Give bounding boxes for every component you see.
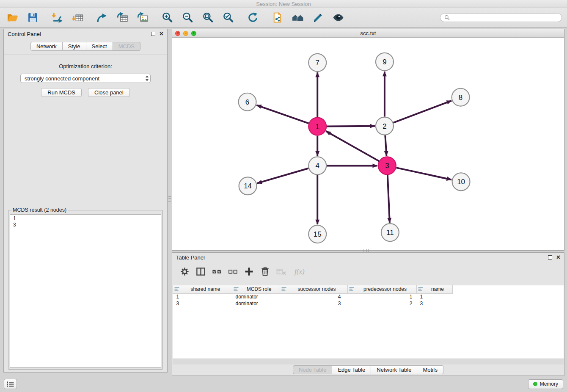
tab-select[interactable]: Select (86, 42, 113, 51)
column-header-MCDS-role[interactable]: MCDS role (232, 285, 280, 293)
window-zoom-button[interactable]: + (191, 31, 196, 36)
tab-network-table[interactable]: Network Table (371, 365, 417, 374)
apply-style-button[interactable] (311, 10, 325, 25)
graph-node[interactable]: 1 (308, 118, 326, 135)
export-table-button[interactable] (115, 10, 129, 25)
unselect-all-columns-icon[interactable] (228, 266, 238, 277)
float-table-panel-icon[interactable] (548, 255, 552, 259)
graph-node[interactable]: 8 (452, 88, 470, 106)
column-header-successor-nodes[interactable]: successor nodes (280, 285, 348, 293)
view-group (270, 10, 345, 25)
tab-style[interactable]: Style (63, 42, 86, 51)
zoom-out-icon (182, 12, 193, 23)
table-cell[interactable]: dominator (232, 293, 280, 300)
graph-edge[interactable] (393, 101, 451, 123)
table-cell[interactable]: 1 (173, 293, 232, 300)
zoom-out-button[interactable] (180, 10, 195, 25)
control-panel-tabs: Network Style Select MCDS (4, 42, 167, 55)
import-table-button[interactable] (70, 10, 85, 25)
select-all-columns-icon[interactable] (212, 266, 222, 277)
search-input[interactable] (452, 14, 558, 21)
graph-node[interactable]: 9 (376, 53, 394, 71)
svg-text:6: 6 (245, 98, 249, 106)
svg-text:15: 15 (314, 230, 322, 238)
function-builder-icon: f(x) (292, 268, 305, 276)
graph-edge[interactable] (388, 175, 390, 223)
export-network-button[interactable] (95, 10, 109, 25)
create-column-icon[interactable] (244, 266, 254, 277)
table-settings-gear-icon[interactable] (179, 266, 190, 277)
table-cell[interactable]: 1 (348, 293, 417, 300)
import-network-button[interactable] (50, 10, 64, 25)
table-cell[interactable]: 1 (417, 293, 453, 300)
graph-node[interactable]: 3 (378, 157, 396, 174)
open-session-button[interactable] (5, 10, 19, 25)
close-panel-button[interactable]: Close panel (88, 88, 130, 97)
graph-edge[interactable] (256, 105, 308, 123)
network-canvas[interactable]: 7968124314101511 (172, 38, 564, 250)
column-header-name[interactable]: name (417, 285, 453, 293)
graph-node[interactable]: 10 (452, 173, 470, 190)
graph-edge[interactable] (327, 126, 375, 127)
tab-network[interactable]: Network (30, 42, 63, 51)
table-cell[interactable]: dominator (232, 300, 280, 307)
graph-edge[interactable] (326, 131, 379, 161)
delete-column-icon[interactable] (260, 266, 270, 277)
export-image-button[interactable] (135, 10, 150, 25)
zoom-selected-button[interactable] (221, 10, 235, 25)
table-panel-title: Table Panel (176, 254, 205, 261)
column-header-predecessor-nodes[interactable]: predecessor nodes (348, 285, 417, 293)
tab-mcds[interactable]: MCDS (113, 42, 140, 51)
network-graph: 7968124314101511 (172, 38, 564, 250)
zoom-in-button[interactable] (160, 10, 174, 25)
show-columns-icon[interactable] (195, 266, 206, 277)
tab-edge-table[interactable]: Edge Table (332, 365, 371, 374)
graph-node[interactable]: 6 (239, 93, 256, 111)
tab-node-table[interactable]: Node Table (293, 365, 333, 374)
memory-button[interactable]: Memory (528, 379, 563, 389)
graph-node[interactable]: 2 (376, 117, 394, 135)
import-group (50, 10, 85, 25)
window-close-button[interactable]: × (175, 31, 180, 36)
graph-node[interactable]: 14 (239, 177, 257, 195)
show-graphics-button[interactable] (331, 10, 345, 25)
vertical-splitter-grip[interactable] (168, 195, 171, 203)
graph-edge[interactable] (257, 168, 309, 183)
mcds-result-box: MCDS result (2 nodes) 13 (8, 207, 163, 370)
optimization-criterion-label: Optimization criterion: (4, 63, 167, 69)
show-panels-button[interactable] (4, 379, 17, 389)
save-session-button[interactable] (25, 10, 40, 25)
table-cell[interactable]: 3 (280, 300, 348, 307)
graph-node[interactable]: 7 (308, 54, 326, 72)
table-cell[interactable]: 3 (417, 300, 453, 307)
run-mcds-button[interactable]: Run MCDS (41, 88, 82, 97)
table-hscroll-area[interactable] (173, 359, 564, 364)
table-cell[interactable]: 3 (173, 300, 232, 307)
close-table-panel-icon[interactable]: × (556, 255, 560, 259)
column-header-shared-name[interactable]: shared name (173, 285, 232, 293)
table-cell[interactable]: 2 (348, 300, 417, 307)
tab-motifs[interactable]: Motifs (417, 365, 443, 374)
refresh-view-button[interactable] (245, 10, 260, 25)
graph-edge[interactable] (396, 168, 451, 179)
clone-network-button[interactable] (270, 10, 284, 25)
criterion-select[interactable]: strongly connected component (20, 74, 151, 83)
table-row[interactable]: 3dominator323 (173, 300, 453, 307)
table-row[interactable]: 1dominator411 (173, 293, 453, 300)
network-window-titlebar: × − + scc.txt (172, 29, 564, 38)
window-minimize-button[interactable]: − (183, 31, 188, 36)
column-sort-icon (174, 287, 179, 293)
document-share-icon (272, 12, 283, 23)
network-overview-button[interactable] (290, 10, 305, 25)
graph-node[interactable]: 4 (308, 157, 326, 174)
graph-node[interactable]: 11 (381, 224, 399, 241)
float-panel-icon[interactable] (151, 32, 155, 36)
graph-node[interactable]: 15 (308, 225, 326, 243)
zoom-fit-button[interactable] (201, 10, 215, 25)
mcds-result-list[interactable]: 13 (10, 214, 161, 368)
close-panel-icon[interactable]: × (160, 32, 163, 36)
window-titlebar: Session: New Session (0, 0, 567, 8)
horizontal-splitter-grip[interactable] (363, 249, 372, 252)
table-cell[interactable]: 4 (280, 293, 348, 300)
graph-edge[interactable] (385, 135, 386, 156)
